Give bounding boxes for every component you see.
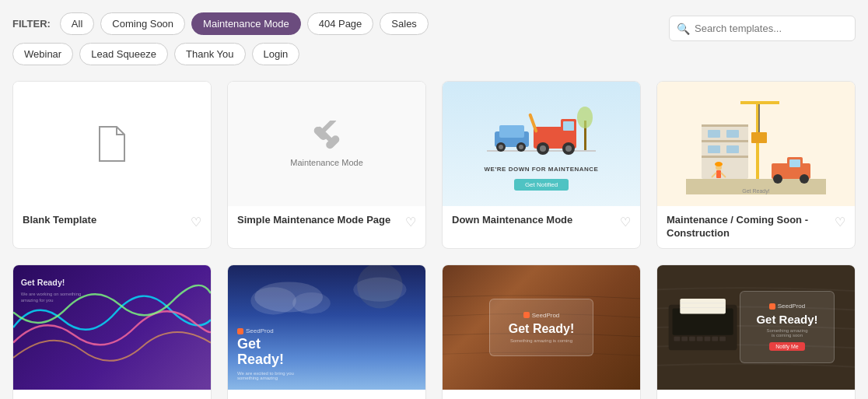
favorite-btn-construction[interactable]: ♡ (835, 215, 845, 229)
card-title-simple-maintenance: Simple Maintenance Mode Page (237, 214, 401, 227)
construction-scene-svg: Get Ready! (686, 93, 826, 194)
svg-point-20 (577, 107, 593, 128)
filter-row-2: Webinar Lead Squeeze Thank You Login (12, 43, 429, 65)
svg-rect-56 (674, 337, 680, 341)
card-footer-wood: Maintenance / Coming Soon - Wood ♡ (443, 390, 640, 399)
template-card-construction[interactable]: Get Ready! Maintenance / Coming Soon - C… (656, 81, 856, 249)
card-thumb-down-maintenance: WE'RE DOWN FOR MAINTENANCE Get Notified (443, 82, 640, 206)
svg-text:amazing for you: amazing for you (21, 298, 54, 303)
card-footer-down-maintenance: Down Maintenance Mode ♡ (443, 206, 640, 237)
typewriter-card-overlay: SeedProd Get Ready! Something amazingis … (740, 291, 834, 363)
filter-btn-maintenance-mode[interactable]: Maintenance Mode (191, 12, 301, 35)
svg-rect-24 (702, 156, 748, 158)
svg-point-42 (773, 174, 782, 184)
filter-btn-lead-squeeze[interactable]: Lead Squeeze (79, 43, 168, 65)
seedprod-text: SeedProd (246, 327, 274, 334)
filter-btn-thank-you[interactable]: Thank You (174, 43, 245, 65)
template-card-simple-maintenance[interactable]: Maintenance Mode Simple Maintenance Mode… (227, 81, 426, 249)
svg-rect-12 (528, 113, 538, 133)
svg-rect-26 (726, 130, 739, 138)
svg-rect-59 (697, 337, 703, 341)
svg-text:Get Ready!: Get Ready! (742, 188, 769, 194)
filter-btn-login[interactable]: Login (252, 43, 300, 65)
svg-rect-30 (740, 101, 779, 104)
seedprod-dot (237, 328, 243, 334)
svg-point-11 (565, 145, 572, 152)
sub-text: We are excited to bring yousomething ama… (237, 371, 294, 380)
search-input[interactable] (669, 16, 856, 41)
file-icon (96, 125, 128, 163)
seedprod-text-wood: SeedProd (532, 312, 560, 319)
down-maintenance-heading: WE'RE DOWN FOR MAINTENANCE (485, 166, 599, 173)
svg-rect-22 (702, 124, 748, 127)
seedprod-dot-typewriter (769, 303, 775, 310)
svg-rect-58 (689, 337, 695, 341)
seedprod-badge-typewriter: SeedProd (756, 303, 817, 310)
wood-sub-text: Something amazing is coming (509, 338, 574, 343)
search-wrapper: 🔍 (669, 16, 856, 41)
svg-rect-63 (680, 299, 726, 314)
template-card-blank[interactable]: Blank Template ♡ (12, 81, 212, 249)
filter-label: FILTER: (12, 18, 51, 30)
card-footer-threads: Maintenance / Coming Soon - Threads ♡ (13, 390, 211, 399)
svg-rect-57 (681, 337, 688, 341)
card-thumb-simple-maintenance: Maintenance Mode (228, 82, 425, 206)
card-thumb-blank (13, 82, 211, 206)
cloud-text-area: SeedProd GetReady! We are excited to bri… (237, 327, 294, 380)
card-footer-simple-maintenance: Simple Maintenance Mode Page ♡ (228, 206, 425, 237)
svg-rect-7 (563, 121, 574, 131)
svg-rect-34 (716, 170, 721, 178)
simple-maintenance-label: Maintenance Mode (290, 158, 363, 167)
template-card-coming-cloud[interactable]: SeedProd GetReady! We are excited to bri… (227, 264, 426, 399)
card-thumb-threads: Get Ready! We are working on something a… (13, 265, 211, 390)
top-bar: FILTER: All Coming Soon Maintenance Mode… (12, 12, 856, 65)
filter-btn-404[interactable]: 404 Page (307, 12, 374, 35)
svg-point-18 (519, 145, 523, 149)
filter-btn-webinar[interactable]: Webinar (12, 43, 73, 65)
filter-btn-all[interactable]: All (60, 12, 94, 35)
template-card-threads[interactable]: Get Ready! We are working on something a… (12, 264, 212, 399)
template-card-wood[interactable]: SeedProd Get Ready! Something amazing is… (442, 264, 641, 399)
svg-rect-27 (708, 145, 720, 153)
svg-text:Get Ready!: Get Ready! (21, 278, 65, 287)
svg-rect-28 (726, 145, 739, 153)
svg-rect-25 (708, 130, 720, 138)
seedprod-dot-wood (523, 312, 530, 318)
favorite-btn-down-maintenance[interactable]: ♡ (620, 215, 631, 229)
template-card-typewriter[interactable]: SeedProd Get Ready! Something amazingis … (656, 264, 856, 399)
svg-point-49 (250, 287, 296, 314)
svg-point-43 (800, 174, 809, 184)
svg-point-9 (540, 145, 546, 152)
seedprod-badge-wood: SeedProd (509, 312, 574, 319)
card-thumb-coming-cloud: SeedProd GetReady! We are excited to bri… (228, 265, 425, 390)
svg-point-50 (292, 292, 331, 313)
favorite-btn-simple-maintenance[interactable]: ♡ (405, 215, 416, 229)
svg-rect-60 (705, 337, 711, 341)
threads-wave-svg: Get Ready! We are working on something a… (13, 265, 211, 390)
card-footer-coming-cloud: Maintenance / Coming Soon - ♡ (228, 390, 425, 399)
svg-rect-23 (702, 140, 748, 142)
filter-section: FILTER: All Coming Soon Maintenance Mode… (12, 12, 429, 65)
wood-card-overlay: SeedProd Get Ready! Something amazing is… (489, 299, 593, 356)
svg-point-37 (715, 162, 723, 166)
filter-btn-coming-soon[interactable]: Coming Soon (100, 12, 185, 35)
card-thumb-wood: SeedProd Get Ready! Something amazing is… (443, 265, 640, 390)
card-thumb-construction: Get Ready! (657, 82, 855, 206)
filter-row-1: FILTER: All Coming Soon Maintenance Mode… (12, 12, 429, 35)
typewriter-sub: Something amazingis coming soon (756, 328, 817, 338)
filter-btn-sales[interactable]: Sales (380, 12, 429, 35)
svg-rect-62 (719, 337, 726, 341)
template-card-down-maintenance[interactable]: WE'RE DOWN FOR MAINTENANCE Get Notified … (442, 81, 641, 249)
template-grid: Blank Template ♡ Maintenance Mode Simple… (12, 81, 856, 399)
card-footer-blank: Blank Template ♡ (13, 206, 211, 237)
get-ready-wood: Get Ready! (509, 322, 574, 336)
svg-rect-41 (789, 159, 800, 167)
favorite-btn-blank[interactable]: ♡ (191, 215, 201, 229)
svg-point-52 (357, 265, 403, 309)
down-maintenance-btn: Get Notified (514, 179, 569, 191)
wrench-icon (311, 121, 342, 152)
card-footer-construction: Maintenance / Coming Soon - Construction… (657, 206, 855, 248)
truck-scene-svg (487, 97, 596, 159)
seedprod-text-typewriter: SeedProd (778, 303, 806, 310)
card-title-blank: Blank Template (23, 214, 186, 227)
